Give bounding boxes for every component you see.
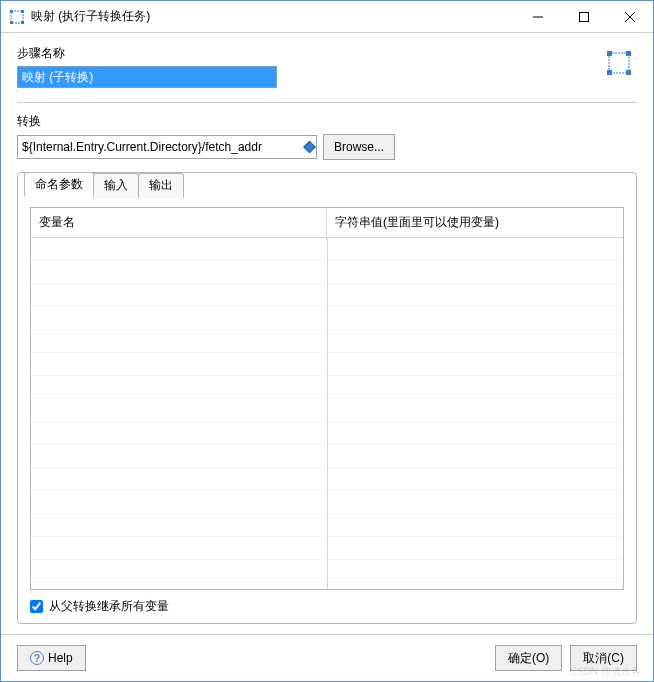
step-name-row: 步骤名称 <box>17 45 637 88</box>
help-icon: ? <box>30 651 44 665</box>
table-header: 变量名 字符串值(里面里可以使用变量) <box>31 208 623 238</box>
tab-output[interactable]: 输出 <box>138 173 184 198</box>
transform-label: 转换 <box>17 113 637 130</box>
tab-body: 变量名 字符串值(里面里可以使用变量) 从父转换继承所有变量 <box>18 197 636 623</box>
tab-strip: 命名参数 输入 输出 <box>24 172 183 197</box>
close-button[interactable] <box>607 1 653 32</box>
dialog-content: 步骤名称 转换 Browse... <box>1 33 653 634</box>
svg-rect-3 <box>10 21 13 24</box>
window-title: 映射 (执行子转换任务) <box>31 8 150 25</box>
svg-rect-11 <box>626 51 631 56</box>
divider <box>17 102 637 103</box>
svg-rect-12 <box>607 70 612 75</box>
table-body[interactable] <box>31 238 623 589</box>
cancel-button[interactable]: 取消(C) <box>570 645 637 671</box>
inherit-checkbox[interactable] <box>30 600 43 613</box>
svg-rect-10 <box>607 51 612 56</box>
minimize-button[interactable] <box>515 1 561 32</box>
app-icon <box>9 9 25 25</box>
svg-rect-6 <box>580 12 589 21</box>
transform-row: Browse... <box>17 134 637 160</box>
help-label: Help <box>48 651 73 665</box>
svg-rect-13 <box>626 70 631 75</box>
tab-named-params[interactable]: 命名参数 <box>24 172 94 197</box>
column-header-string-value: 字符串值(里面里可以使用变量) <box>327 208 623 237</box>
inherit-checkbox-row[interactable]: 从父转换继承所有变量 <box>30 598 624 615</box>
params-table[interactable]: 变量名 字符串值(里面里可以使用变量) <box>30 207 624 590</box>
step-name-label: 步骤名称 <box>17 45 605 62</box>
ok-button[interactable]: 确定(O) <box>495 645 562 671</box>
dialog-footer: ? Help 确定(O) 取消(C) <box>1 634 653 681</box>
browse-button[interactable]: Browse... <box>323 134 395 160</box>
inherit-label: 从父转换继承所有变量 <box>49 598 169 615</box>
svg-rect-4 <box>21 21 24 24</box>
step-name-input[interactable] <box>17 66 277 88</box>
transform-path-input[interactable] <box>17 135 317 159</box>
tabs-container: 命名参数 输入 输出 变量名 字符串值(里面里可以使用变量) 从父转换继承所有变… <box>17 172 637 624</box>
svg-rect-2 <box>21 10 24 13</box>
tab-input[interactable]: 输入 <box>93 173 139 198</box>
maximize-button[interactable] <box>561 1 607 32</box>
column-header-var-name: 变量名 <box>31 208 327 237</box>
mapping-icon <box>605 49 633 80</box>
dialog-window: 映射 (执行子转换任务) 步骤名称 <box>0 0 654 682</box>
window-controls <box>515 1 653 32</box>
help-button[interactable]: ? Help <box>17 645 86 671</box>
svg-rect-1 <box>10 10 13 13</box>
titlebar: 映射 (执行子转换任务) <box>1 1 653 33</box>
